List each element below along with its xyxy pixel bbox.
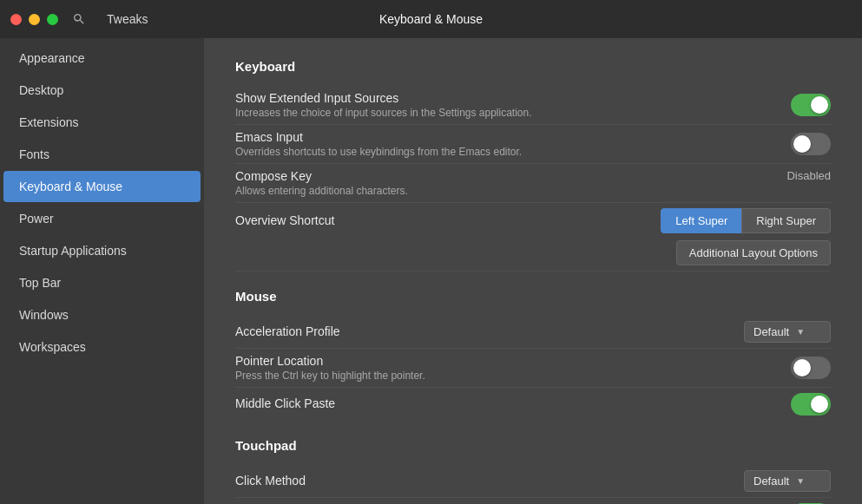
- show-extended-desc: Increases the choice of input sources in…: [235, 107, 777, 119]
- emacs-input-row: Emacs Input Overrides shortcuts to use k…: [235, 125, 831, 164]
- left-super-button[interactable]: Left Super: [661, 208, 741, 233]
- mouse-section: Mouse Acceleration Profile Default ▼ Poi…: [235, 289, 831, 421]
- sidebar-item-top-bar[interactable]: Top Bar: [3, 267, 201, 298]
- sidebar-item-fonts[interactable]: Fonts: [3, 139, 201, 170]
- close-button[interactable]: [10, 14, 22, 25]
- click-method-info: Click Method: [235, 474, 730, 489]
- compose-key-desc: Allows entering additional characters.: [235, 185, 773, 197]
- emacs-input-toggle[interactable]: [791, 133, 831, 155]
- middle-click-toggle[interactable]: [791, 393, 831, 416]
- compose-key-row: Compose Key Allows entering additional c…: [235, 164, 831, 203]
- sidebar-item-startup-applications[interactable]: Startup Applications: [3, 235, 201, 266]
- keyboard-section-title: Keyboard: [235, 59, 831, 74]
- pointer-location-info: Pointer Location Press the Ctrl key to h…: [235, 354, 777, 382]
- sidebar-item-appearance[interactable]: Appearance: [3, 43, 201, 74]
- click-method-label: Click Method: [235, 474, 730, 488]
- show-extended-label: Show Extended Input Sources: [235, 91, 777, 105]
- middle-click-label: Middle Click Paste: [235, 396, 777, 410]
- show-extended-row: Show Extended Input Sources Increases th…: [235, 86, 831, 125]
- overview-shortcut-btngroup: Left Super Right Super: [661, 208, 831, 233]
- minimize-button[interactable]: [29, 14, 40, 25]
- accel-profile-value: Default: [753, 325, 789, 338]
- accel-profile-dropdown[interactable]: Default ▼: [744, 321, 831, 343]
- click-method-dropdown[interactable]: Default ▼: [744, 470, 831, 492]
- sidebar-item-desktop[interactable]: Desktop: [3, 75, 201, 106]
- click-method-row: Click Method Default ▼: [235, 465, 831, 498]
- show-extended-info: Show Extended Input Sources Increases th…: [235, 91, 777, 119]
- window-controls: [10, 14, 58, 25]
- touchpad-section: Touchpad Click Method Default ▼ Disable …: [235, 438, 831, 504]
- additional-layout-options-button[interactable]: Additional Layout Options: [676, 240, 831, 265]
- pointer-location-toggle[interactable]: [791, 357, 831, 379]
- right-super-button[interactable]: Right Super: [741, 208, 831, 233]
- compose-key-status: Disabled: [786, 169, 831, 182]
- click-method-value: Default: [753, 475, 789, 488]
- emacs-input-desc: Overrides shortcuts to use keybindings f…: [235, 146, 777, 158]
- overview-shortcut-label: Overview Shortcut: [235, 213, 334, 227]
- compose-key-info: Compose Key Allows entering additional c…: [235, 169, 773, 197]
- titlebar: Tweaks Keyboard & Mouse: [0, 0, 862, 38]
- pointer-location-desc: Press the Ctrl key to highlight the poin…: [235, 370, 777, 382]
- accel-profile-label: Acceleration Profile: [235, 324, 730, 338]
- touchpad-section-title: Touchpad: [235, 438, 831, 453]
- keyboard-section: Keyboard Show Extended Input Sources Inc…: [235, 59, 831, 272]
- pointer-location-row: Pointer Location Press the Ctrl key to h…: [235, 349, 831, 388]
- sidebar: Appearance Desktop Extensions Fonts Keyb…: [0, 38, 204, 504]
- main-layout: Appearance Desktop Extensions Fonts Keyb…: [0, 38, 862, 504]
- chevron-down-icon-2: ▼: [796, 476, 805, 486]
- overview-shortcut-row: Overview Shortcut Left Super Right Super…: [235, 203, 831, 272]
- overview-shortcut-top: Overview Shortcut Left Super Right Super: [235, 208, 831, 233]
- disable-typing-row: Disable While Typing: [235, 498, 831, 504]
- sidebar-item-workspaces[interactable]: Workspaces: [3, 331, 201, 363]
- sidebar-item-keyboard-mouse[interactable]: Keyboard & Mouse: [3, 171, 201, 202]
- chevron-down-icon: ▼: [796, 327, 805, 337]
- overview-shortcut-bottom: Additional Layout Options: [235, 240, 831, 265]
- pointer-location-label: Pointer Location: [235, 354, 777, 368]
- search-icon[interactable]: [72, 12, 86, 26]
- sidebar-item-windows[interactable]: Windows: [3, 299, 201, 331]
- window-title: Keyboard & Mouse: [379, 12, 483, 26]
- maximize-button[interactable]: [47, 14, 58, 25]
- sidebar-item-extensions[interactable]: Extensions: [3, 107, 201, 138]
- emacs-input-info: Emacs Input Overrides shortcuts to use k…: [235, 130, 777, 158]
- emacs-input-label: Emacs Input: [235, 130, 777, 144]
- mouse-section-title: Mouse: [235, 289, 831, 304]
- content-area: Keyboard Show Extended Input Sources Inc…: [204, 38, 862, 504]
- sidebar-item-power[interactable]: Power: [3, 203, 201, 234]
- accel-profile-info: Acceleration Profile: [235, 324, 730, 340]
- app-title: Tweaks: [107, 12, 148, 26]
- middle-click-info: Middle Click Paste: [235, 396, 777, 412]
- accel-profile-row: Acceleration Profile Default ▼: [235, 316, 831, 349]
- middle-click-row: Middle Click Paste: [235, 388, 831, 421]
- show-extended-toggle[interactable]: [791, 94, 831, 116]
- compose-key-label: Compose Key: [235, 169, 773, 183]
